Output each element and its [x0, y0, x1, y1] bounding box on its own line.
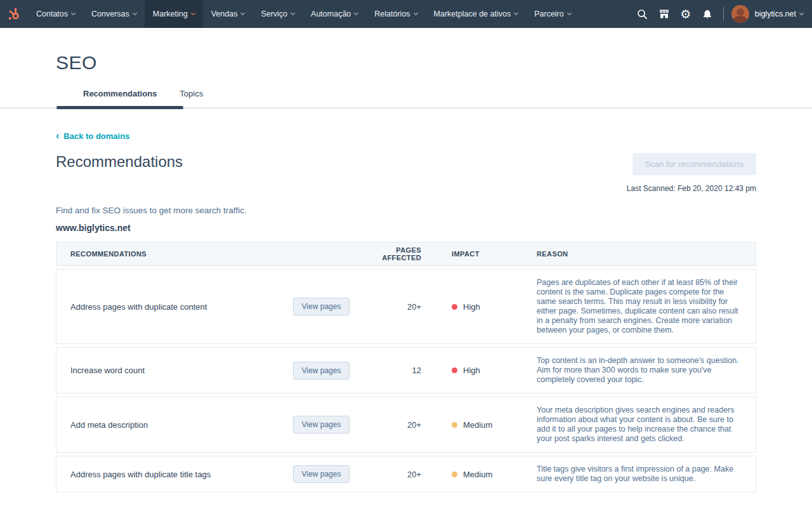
chevron-down-icon	[133, 11, 137, 15]
view-pages-button[interactable]: View pages	[293, 465, 350, 483]
scanned-domain: www.biglytics.net	[56, 223, 756, 233]
nav-divider	[723, 7, 724, 21]
chevron-down-icon	[240, 11, 245, 15]
nav-item-label: Conversas	[91, 10, 129, 18]
search-icon[interactable]	[632, 0, 653, 28]
pages-affected-value: 20+	[370, 420, 421, 430]
nav-item-vendas[interactable]: Vendas	[203, 0, 253, 28]
chevron-down-icon	[567, 11, 572, 15]
gear-icon[interactable]: ⚙	[675, 0, 697, 28]
pages-affected-value: 20+	[370, 302, 421, 312]
marketplace-icon[interactable]	[653, 0, 675, 28]
nav-item-label: Vendas	[211, 10, 238, 18]
nav-utilities: ⚙ biglytics.net	[632, 0, 812, 28]
chevron-left-icon: ‹	[56, 131, 59, 141]
scan-area: Scan for recommendations Last Scanned: F…	[627, 153, 756, 193]
main-menu: Contatos Conversas Marketing Vendas Serv…	[28, 0, 579, 28]
page-title: SEO	[56, 52, 756, 74]
avatar[interactable]	[731, 5, 749, 23]
impact-dot	[452, 472, 457, 477]
nav-item-servico[interactable]: Serviço	[252, 0, 303, 28]
impact-label: High	[463, 302, 480, 312]
chevron-down-icon	[414, 11, 418, 15]
impact-dot	[452, 422, 457, 428]
view-pages-button[interactable]: View pages	[293, 362, 350, 380]
chevron-down-icon	[514, 11, 518, 15]
recommendation-name: Add meta description	[56, 420, 272, 430]
column-header-impact: IMPACT	[421, 250, 532, 258]
chevron-down-icon	[191, 11, 195, 15]
reason-text: Top content is an in-depth answer to som…	[532, 348, 756, 393]
reason-text: Title tags give visitors a first impress…	[532, 456, 756, 492]
table-row: Increase word count View pages 12 High T…	[56, 347, 756, 394]
table-row: Address pages with duplicate content Vie…	[56, 269, 756, 344]
recommendations-table: RECOMMENDATIONS PAGES AFFECTED IMPACT RE…	[56, 242, 756, 493]
notifications-bell-icon[interactable]	[697, 0, 718, 28]
table-row: Address pages with duplicate title tags …	[56, 456, 756, 493]
nav-item-parceiro[interactable]: Parceiro	[526, 0, 579, 28]
nav-item-marketing[interactable]: Marketing	[145, 0, 203, 28]
impact-dot	[452, 367, 457, 373]
nav-item-label: Automação	[311, 10, 351, 18]
sprocket-icon	[7, 7, 21, 21]
table-header-row: RECOMMENDATIONS PAGES AFFECTED IMPACT RE…	[56, 242, 756, 266]
nav-item-automacao[interactable]: Automação	[303, 0, 366, 28]
recommendation-name: Increase word count	[56, 366, 272, 375]
reason-text: Your meta description gives search engin…	[532, 397, 756, 452]
nav-item-label: Marketing	[153, 10, 188, 18]
pages-affected-value: 20+	[370, 470, 421, 479]
nav-item-relatorios[interactable]: Relatórios	[366, 0, 425, 28]
nav-item-label: Contatos	[36, 10, 68, 18]
impact-dot	[452, 304, 457, 310]
column-header-pages-affected: PAGES AFFECTED	[370, 246, 421, 261]
chevron-down-icon	[291, 11, 295, 15]
account-name: biglytics.net	[755, 10, 796, 18]
main-content: ‹ Back to domains Recommendations Scan f…	[0, 109, 812, 493]
nav-item-label: Relatórios	[374, 10, 410, 18]
top-navigation: Contatos Conversas Marketing Vendas Serv…	[0, 0, 812, 28]
chevron-down-icon	[799, 11, 804, 15]
view-pages-button[interactable]: View pages	[293, 416, 350, 433]
reason-text: Pages are duplicates of each other if at…	[532, 270, 756, 343]
recommendation-name: Address pages with duplicate content	[56, 302, 272, 312]
back-to-domains-link[interactable]: ‹ Back to domains	[56, 131, 129, 141]
impact-label: Medium	[463, 420, 492, 430]
column-header-reason: REASON	[532, 249, 756, 259]
page-header: SEO Recommendations Topics	[0, 28, 812, 109]
section-subtitle: Find and fix SEO issues to get more sear…	[56, 206, 756, 215]
heading-row: Recommendations Scan for recommendations…	[56, 153, 756, 193]
pages-affected-value: 12	[370, 366, 421, 375]
tab-topics[interactable]: Topics	[168, 89, 214, 107]
nav-item-marketplace-de-ativos[interactable]: Marketplace de ativos	[426, 0, 527, 28]
section-heading: Recommendations	[56, 153, 183, 171]
nav-item-label: Marketplace de ativos	[434, 10, 511, 18]
view-pages-button[interactable]: View pages	[293, 298, 350, 315]
last-scanned-text: Last Scanned: Feb 20, 2020 12:43 pm	[627, 184, 756, 193]
scan-for-recommendations-button[interactable]: Scan for recommendations	[632, 153, 756, 175]
nav-item-contatos[interactable]: Contatos	[28, 0, 83, 28]
chevron-down-icon	[354, 11, 358, 15]
nav-item-label: Serviço	[261, 10, 287, 18]
column-header-recommendations: RECOMMENDATIONS	[56, 250, 272, 258]
hubspot-logo-icon[interactable]	[0, 0, 28, 28]
chevron-down-icon	[71, 11, 75, 15]
back-link-label: Back to domains	[63, 131, 129, 141]
recommendation-name: Address pages with duplicate title tags	[56, 470, 272, 479]
impact-label: Medium	[463, 470, 492, 479]
nav-item-conversas[interactable]: Conversas	[83, 0, 145, 28]
tab-bar: Recommendations Topics	[56, 89, 756, 107]
nav-item-label: Parceiro	[534, 10, 564, 18]
account-menu[interactable]: biglytics.net	[755, 10, 803, 18]
table-row: Add meta description View pages 20+ Medi…	[56, 397, 756, 453]
tab-recommendations[interactable]: Recommendations	[72, 89, 168, 107]
impact-label: High	[463, 366, 480, 375]
